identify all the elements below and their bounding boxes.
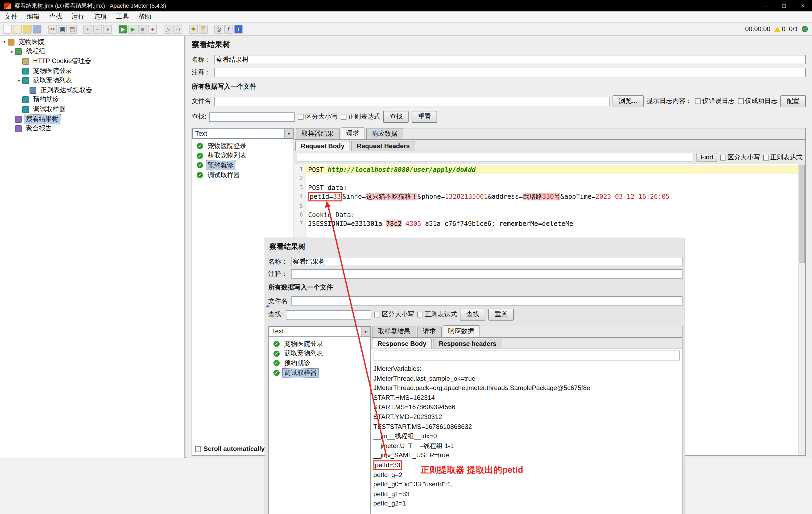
errors-only-option[interactable]: 仅错误日志 [695, 97, 734, 106]
overlay-subtab-response-headers[interactable]: Response headers [433, 339, 502, 348]
result-item-login[interactable]: ✓宠物医院登录 [269, 339, 370, 349]
regex-checkbox[interactable] [341, 114, 346, 119]
overlay-case-checkbox[interactable] [375, 312, 380, 317]
toolbar-open-template-icon[interactable] [13, 25, 22, 33]
menu-tools[interactable]: 工具 [111, 11, 134, 22]
menu-edit[interactable]: 编辑 [22, 11, 45, 22]
tab-request[interactable]: 请求 [341, 127, 365, 139]
menu-file[interactable]: 文件 [0, 11, 22, 22]
result-item-debug-sampler[interactable]: ✓调试取样器 [269, 368, 370, 377]
overlay-chevron-down-icon[interactable]: ▼ [361, 327, 370, 336]
filename-input[interactable] [214, 96, 610, 106]
overlay-name-input[interactable] [291, 257, 683, 266]
result-item-appointment[interactable]: ✓预约就诊 [269, 359, 370, 368]
toolbar-expand-all-icon[interactable]: + [83, 25, 92, 33]
browse-button[interactable]: 浏览... [613, 95, 644, 107]
tree-node-get-pet-list-sampler[interactable]: ▾获取宠物列表 [0, 76, 184, 85]
case-sensitive-checkbox[interactable] [298, 114, 303, 119]
result-item-get-pet-list[interactable]: ✓获取宠物列表 [192, 151, 293, 161]
overlay-filename-input[interactable] [291, 296, 683, 306]
errors-only-checkbox[interactable] [695, 98, 700, 104]
subtab-request-body[interactable]: Request Body [295, 141, 350, 150]
log-warning-indicator[interactable]: 0 [774, 25, 785, 32]
overlay-case-option[interactable]: 区分大小写 [375, 310, 414, 319]
overlay-search-input[interactable] [286, 310, 371, 319]
vertical-scrollbar[interactable] [799, 164, 805, 455]
tree-node-login-sampler[interactable]: 宠物医院登录 [0, 66, 184, 76]
toolbar-remote-start-all-icon[interactable]: ▷ [164, 25, 172, 33]
close-button[interactable]: × [793, 0, 812, 11]
toolbar-clear-icon[interactable]: ✱ [189, 25, 198, 33]
tree-node-test-plan[interactable]: ▾宠物医院 [0, 37, 184, 47]
regex-option[interactable]: 正则表达式 [341, 112, 380, 121]
result-item-debug-sampler[interactable]: ✓调试取样器 [192, 170, 293, 180]
toolbar-stop-icon[interactable]: ■ [138, 25, 147, 33]
success-only-checkbox[interactable] [738, 98, 743, 104]
comment-input[interactable] [214, 68, 806, 77]
chevron-down-icon[interactable]: ▼ [284, 129, 293, 138]
scrollbar-thumb[interactable] [800, 165, 805, 263]
tree-node-regex-extractor[interactable]: 正则表达式提取器 [0, 85, 184, 95]
result-item-get-pet-list[interactable]: ✓获取宠物列表 [269, 349, 370, 359]
toolbar-remote-stop-all-icon[interactable]: □ [173, 25, 182, 33]
request-find-input[interactable] [297, 153, 693, 162]
overlay-tab-request[interactable]: 请求 [417, 326, 441, 337]
toolbar-help-info-icon[interactable]: i [234, 25, 243, 33]
toolbar-shutdown-icon[interactable]: ● [148, 25, 157, 33]
success-only-option[interactable]: 仅成功日志 [738, 97, 777, 106]
toolbar-toggle-icon[interactable]: ◑ [103, 25, 112, 33]
horizontal-scrollbar-arrows-icon[interactable]: ◂◂ [266, 304, 268, 309]
result-item-appointment[interactable]: ✓预约就诊 [192, 161, 293, 170]
overlay-tab-response-data[interactable]: 响应数据 [442, 325, 480, 337]
toolbar-save-icon[interactable] [33, 25, 41, 33]
tree-node-thread-group[interactable]: ▾线程组 [0, 47, 184, 56]
overlay-subtab-response-body[interactable]: Response Body [372, 339, 432, 348]
toolbar-function-helper-icon[interactable]: ƒ [224, 25, 233, 33]
toolbar-new-file-icon[interactable] [3, 25, 12, 33]
tree-node-appointment-sampler[interactable]: 预约就诊 [0, 95, 184, 105]
overlay-regex-checkbox[interactable] [417, 312, 423, 317]
menu-options[interactable]: 选项 [89, 11, 112, 22]
overlay-regex-option[interactable]: 正则表达式 [417, 310, 457, 319]
case-sensitive-option[interactable]: 区分大小写 [298, 112, 338, 121]
toolbar-search-toolbar-icon[interactable]: ◎ [214, 25, 223, 33]
tree-node-http-cookie-manager[interactable]: HTTP Cookie管理器 [0, 57, 184, 66]
tree-node-debug-sampler[interactable]: 调试取样器 [0, 105, 184, 114]
toolbar-start-icon[interactable]: ▶ [119, 25, 127, 33]
menu-help[interactable]: 帮助 [134, 11, 156, 22]
menu-run[interactable]: 运行 [67, 11, 89, 22]
tree-expand-handle[interactable]: ▾ [2, 40, 7, 45]
overlay-reset-button[interactable]: 重置 [489, 309, 514, 321]
toolbar-cut-icon[interactable]: ✂ [48, 25, 57, 33]
overlay-response-search-input[interactable] [373, 351, 680, 361]
toolbar-paste-icon[interactable]: ▤ [68, 25, 77, 33]
tab-response-data[interactable]: 响应数据 [366, 128, 403, 139]
overlay-renderer-dropdown[interactable]: Text ▼ [269, 326, 370, 337]
find-button[interactable]: 查找 [383, 111, 409, 123]
toolbar-start-no-timers-icon[interactable]: ▶ [128, 25, 137, 33]
overlay-comment-input[interactable] [291, 269, 683, 279]
overlay-tab-sampler-result[interactable]: 取样器结果 [372, 326, 416, 337]
search-input[interactable] [209, 112, 295, 121]
renderer-dropdown[interactable]: Text ▼ [192, 128, 293, 139]
tree-node-aggregate-report[interactable]: 聚合报告 [0, 124, 184, 134]
request-regex-option[interactable]: 正则表达式 [763, 153, 803, 162]
toolbar-clear-all-icon[interactable]: ▒ [199, 25, 207, 33]
name-input[interactable] [214, 55, 806, 64]
result-item-login[interactable]: ✓宠物医院登录 [192, 141, 293, 151]
toolbar-copy-icon[interactable]: ▣ [58, 25, 67, 33]
tree-expand-handle[interactable]: ▾ [9, 49, 14, 54]
request-case-option[interactable]: 区分大小写 [720, 153, 760, 162]
overlay-find-button[interactable]: 查找 [460, 309, 485, 321]
request-find-button[interactable]: Find [696, 153, 717, 162]
tree-expand-handle[interactable]: ▾ [16, 78, 22, 83]
configure-button[interactable]: 配置 [780, 95, 806, 107]
tree-node-view-results-tree[interactable]: 察看结果树 [0, 114, 184, 124]
maximize-button[interactable]: □ [775, 0, 793, 11]
scroll-automatically-checkbox[interactable] [195, 446, 201, 452]
request-case-checkbox[interactable] [720, 154, 726, 160]
tab-sampler-result[interactable]: 取样器结果 [296, 128, 339, 139]
toolbar-open-file-icon[interactable] [23, 25, 32, 33]
reset-button[interactable]: 重置 [412, 111, 437, 123]
minimize-button[interactable]: — [756, 0, 775, 11]
